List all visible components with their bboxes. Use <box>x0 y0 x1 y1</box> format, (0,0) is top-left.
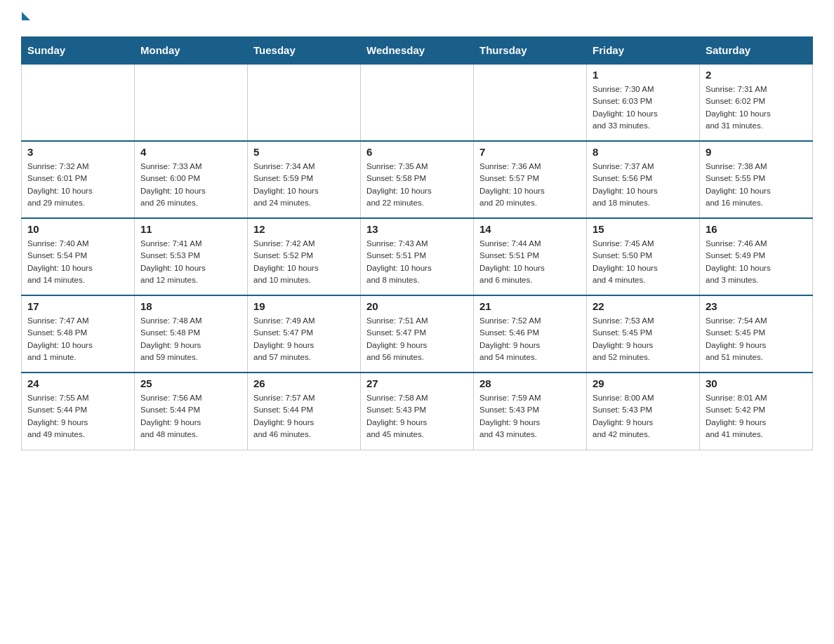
calendar-cell: 16Sunrise: 7:46 AM Sunset: 5:49 PM Dayli… <box>700 218 813 295</box>
calendar-cell: 4Sunrise: 7:33 AM Sunset: 6:00 PM Daylig… <box>135 141 248 218</box>
day-number: 4 <box>140 146 241 158</box>
calendar-cell: 29Sunrise: 8:00 AM Sunset: 5:43 PM Dayli… <box>587 373 700 450</box>
day-info: Sunrise: 8:00 AM Sunset: 5:43 PM Dayligh… <box>593 392 694 441</box>
calendar-cell: 28Sunrise: 7:59 AM Sunset: 5:43 PM Dayli… <box>474 373 587 450</box>
calendar-cell: 2Sunrise: 7:31 AM Sunset: 6:02 PM Daylig… <box>700 64 813 141</box>
day-info: Sunrise: 7:59 AM Sunset: 5:43 PM Dayligh… <box>479 392 581 441</box>
day-info: Sunrise: 7:37 AM Sunset: 5:56 PM Dayligh… <box>593 161 694 209</box>
day-info: Sunrise: 7:52 AM Sunset: 5:46 PM Dayligh… <box>479 315 581 363</box>
day-number: 13 <box>366 223 468 235</box>
calendar-cell: 26Sunrise: 7:57 AM Sunset: 5:44 PM Dayli… <box>248 373 361 450</box>
day-info: Sunrise: 7:51 AM Sunset: 5:47 PM Dayligh… <box>366 315 468 363</box>
day-info: Sunrise: 8:01 AM Sunset: 5:42 PM Dayligh… <box>706 392 807 441</box>
calendar-cell <box>248 64 361 141</box>
logo <box>21 14 30 22</box>
day-info: Sunrise: 7:36 AM Sunset: 5:57 PM Dayligh… <box>479 161 581 209</box>
day-info: Sunrise: 7:35 AM Sunset: 5:58 PM Dayligh… <box>366 161 468 209</box>
day-number: 14 <box>479 223 581 235</box>
day-number: 12 <box>253 223 355 235</box>
day-header-saturday: Saturday <box>700 37 813 65</box>
calendar-table: SundayMondayTuesdayWednesdayThursdayFrid… <box>21 36 813 450</box>
calendar-cell <box>474 64 587 141</box>
calendar-cell: 14Sunrise: 7:44 AM Sunset: 5:51 PM Dayli… <box>474 218 587 295</box>
day-info: Sunrise: 7:32 AM Sunset: 6:01 PM Dayligh… <box>27 161 128 209</box>
day-info: Sunrise: 7:53 AM Sunset: 5:45 PM Dayligh… <box>593 315 694 363</box>
calendar-header-row: SundayMondayTuesdayWednesdayThursdayFrid… <box>22 37 813 65</box>
calendar-cell: 17Sunrise: 7:47 AM Sunset: 5:48 PM Dayli… <box>22 295 135 373</box>
day-info: Sunrise: 7:44 AM Sunset: 5:51 PM Dayligh… <box>479 238 581 286</box>
day-number: 28 <box>479 377 581 389</box>
calendar-cell: 25Sunrise: 7:56 AM Sunset: 5:44 PM Dayli… <box>135 373 248 450</box>
day-number: 26 <box>253 377 355 389</box>
day-number: 3 <box>27 146 128 158</box>
calendar-cell: 11Sunrise: 7:41 AM Sunset: 5:53 PM Dayli… <box>135 218 248 295</box>
calendar-week-row: 24Sunrise: 7:55 AM Sunset: 5:44 PM Dayli… <box>22 373 813 450</box>
day-number: 24 <box>27 377 128 389</box>
day-number: 1 <box>593 69 694 81</box>
day-header-friday: Friday <box>587 37 700 65</box>
day-info: Sunrise: 7:30 AM Sunset: 6:03 PM Dayligh… <box>593 83 694 132</box>
calendar-cell: 22Sunrise: 7:53 AM Sunset: 5:45 PM Dayli… <box>587 295 700 373</box>
day-header-thursday: Thursday <box>474 37 587 65</box>
day-info: Sunrise: 7:49 AM Sunset: 5:47 PM Dayligh… <box>253 315 355 363</box>
day-info: Sunrise: 7:54 AM Sunset: 5:45 PM Dayligh… <box>706 315 807 363</box>
day-number: 21 <box>479 300 581 312</box>
day-number: 11 <box>140 223 241 235</box>
calendar-cell: 27Sunrise: 7:58 AM Sunset: 5:43 PM Dayli… <box>361 373 474 450</box>
calendar-week-row: 3Sunrise: 7:32 AM Sunset: 6:01 PM Daylig… <box>22 141 813 218</box>
day-number: 10 <box>27 223 128 235</box>
calendar-week-row: 17Sunrise: 7:47 AM Sunset: 5:48 PM Dayli… <box>22 295 813 373</box>
calendar-cell <box>22 64 135 141</box>
day-number: 7 <box>479 146 581 158</box>
day-info: Sunrise: 7:57 AM Sunset: 5:44 PM Dayligh… <box>253 392 355 441</box>
day-header-monday: Monday <box>135 37 248 65</box>
calendar-cell: 24Sunrise: 7:55 AM Sunset: 5:44 PM Dayli… <box>22 373 135 450</box>
calendar-cell: 12Sunrise: 7:42 AM Sunset: 5:52 PM Dayli… <box>248 218 361 295</box>
day-number: 2 <box>706 69 807 81</box>
day-info: Sunrise: 7:42 AM Sunset: 5:52 PM Dayligh… <box>253 238 355 286</box>
calendar-cell: 3Sunrise: 7:32 AM Sunset: 6:01 PM Daylig… <box>22 141 135 218</box>
calendar-cell <box>135 64 248 141</box>
day-number: 6 <box>366 146 468 158</box>
calendar-cell: 10Sunrise: 7:40 AM Sunset: 5:54 PM Dayli… <box>22 218 135 295</box>
day-info: Sunrise: 7:41 AM Sunset: 5:53 PM Dayligh… <box>140 238 241 286</box>
calendar-cell <box>361 64 474 141</box>
day-header-tuesday: Tuesday <box>248 37 361 65</box>
day-number: 17 <box>27 300 128 312</box>
day-number: 18 <box>140 300 241 312</box>
day-info: Sunrise: 7:38 AM Sunset: 5:55 PM Dayligh… <box>706 161 807 209</box>
calendar-cell: 15Sunrise: 7:45 AM Sunset: 5:50 PM Dayli… <box>587 218 700 295</box>
day-header-wednesday: Wednesday <box>361 37 474 65</box>
day-info: Sunrise: 7:48 AM Sunset: 5:48 PM Dayligh… <box>140 315 241 363</box>
calendar-cell: 9Sunrise: 7:38 AM Sunset: 5:55 PM Daylig… <box>700 141 813 218</box>
day-info: Sunrise: 7:33 AM Sunset: 6:00 PM Dayligh… <box>140 161 241 209</box>
day-info: Sunrise: 7:40 AM Sunset: 5:54 PM Dayligh… <box>27 238 128 286</box>
day-info: Sunrise: 7:43 AM Sunset: 5:51 PM Dayligh… <box>366 238 468 286</box>
day-number: 22 <box>593 300 694 312</box>
calendar-cell: 23Sunrise: 7:54 AM Sunset: 5:45 PM Dayli… <box>700 295 813 373</box>
calendar-cell: 13Sunrise: 7:43 AM Sunset: 5:51 PM Dayli… <box>361 218 474 295</box>
day-number: 5 <box>253 146 355 158</box>
calendar-week-row: 1Sunrise: 7:30 AM Sunset: 6:03 PM Daylig… <box>22 64 813 141</box>
day-number: 16 <box>706 223 807 235</box>
calendar-cell: 7Sunrise: 7:36 AM Sunset: 5:57 PM Daylig… <box>474 141 587 218</box>
calendar-cell: 8Sunrise: 7:37 AM Sunset: 5:56 PM Daylig… <box>587 141 700 218</box>
calendar-cell: 18Sunrise: 7:48 AM Sunset: 5:48 PM Dayli… <box>135 295 248 373</box>
day-info: Sunrise: 7:45 AM Sunset: 5:50 PM Dayligh… <box>593 238 694 286</box>
calendar-cell: 30Sunrise: 8:01 AM Sunset: 5:42 PM Dayli… <box>700 373 813 450</box>
page-header <box>21 14 813 22</box>
day-number: 23 <box>706 300 807 312</box>
calendar-cell: 5Sunrise: 7:34 AM Sunset: 5:59 PM Daylig… <box>248 141 361 218</box>
day-info: Sunrise: 7:55 AM Sunset: 5:44 PM Dayligh… <box>27 392 128 441</box>
logo-triangle-icon <box>22 12 30 20</box>
day-number: 20 <box>366 300 468 312</box>
day-info: Sunrise: 7:58 AM Sunset: 5:43 PM Dayligh… <box>366 392 468 441</box>
day-number: 30 <box>706 377 807 389</box>
calendar-cell: 21Sunrise: 7:52 AM Sunset: 5:46 PM Dayli… <box>474 295 587 373</box>
calendar-cell: 20Sunrise: 7:51 AM Sunset: 5:47 PM Dayli… <box>361 295 474 373</box>
day-number: 8 <box>593 146 694 158</box>
day-number: 25 <box>140 377 241 389</box>
day-info: Sunrise: 7:46 AM Sunset: 5:49 PM Dayligh… <box>706 238 807 286</box>
day-header-sunday: Sunday <box>22 37 135 65</box>
day-info: Sunrise: 7:34 AM Sunset: 5:59 PM Dayligh… <box>253 161 355 209</box>
